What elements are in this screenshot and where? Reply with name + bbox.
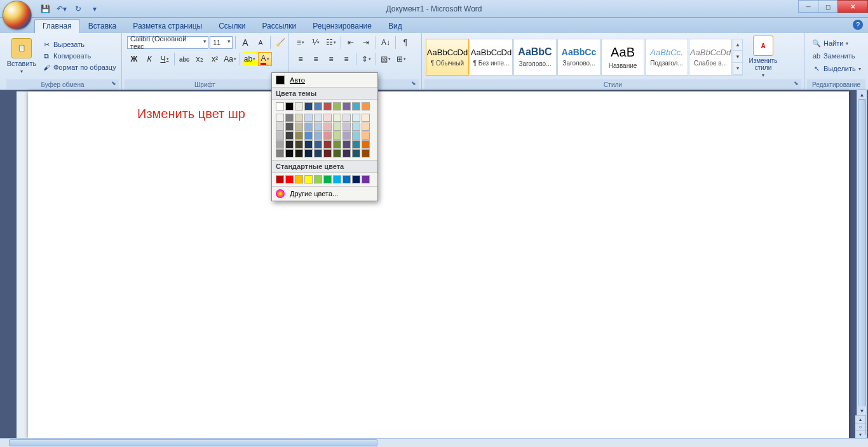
clear-format-button[interactable]: 🧹 bbox=[273, 36, 287, 50]
horizontal-scrollbar[interactable] bbox=[0, 438, 868, 447]
styles-expand[interactable]: ⬊ bbox=[792, 80, 800, 88]
color-swatch[interactable] bbox=[342, 175, 351, 183]
color-swatch[interactable] bbox=[295, 140, 303, 149]
office-button[interactable] bbox=[3, 1, 32, 30]
highlight-button[interactable]: ab bbox=[243, 52, 257, 66]
color-swatch[interactable] bbox=[352, 123, 360, 131]
bold-button[interactable]: Ж bbox=[127, 52, 141, 66]
color-swatch[interactable] bbox=[314, 140, 322, 149]
color-swatch[interactable] bbox=[342, 149, 351, 157]
save-button[interactable]: 💾 bbox=[38, 3, 52, 15]
next-page-button[interactable]: ▾ bbox=[855, 430, 865, 438]
color-swatch[interactable] bbox=[342, 102, 351, 110]
color-swatch[interactable] bbox=[352, 114, 360, 122]
qat-customize[interactable]: ▾ bbox=[88, 3, 102, 15]
color-swatch[interactable] bbox=[333, 114, 341, 122]
color-swatch[interactable] bbox=[352, 175, 360, 183]
minimize-button[interactable]: ─ bbox=[798, 0, 818, 13]
color-swatch[interactable] bbox=[314, 114, 322, 122]
scroll-up-button[interactable]: ▲ bbox=[857, 90, 867, 99]
color-swatch[interactable] bbox=[333, 149, 341, 157]
maximize-button[interactable]: ◻ bbox=[818, 0, 838, 13]
color-swatch[interactable] bbox=[342, 123, 351, 131]
vscroll-thumb[interactable] bbox=[858, 99, 866, 436]
color-swatch[interactable] bbox=[333, 102, 341, 110]
color-swatch[interactable] bbox=[295, 102, 303, 110]
paragraph-expand[interactable]: ⬊ bbox=[410, 80, 417, 88]
color-swatch[interactable] bbox=[323, 175, 332, 183]
color-swatch[interactable] bbox=[333, 131, 341, 140]
multilevel-button[interactable]: ☷ bbox=[324, 36, 338, 50]
borders-button[interactable]: ⊞ bbox=[394, 52, 408, 66]
style-item-4[interactable]: АаВНазвание bbox=[601, 39, 644, 76]
browse-object-button[interactable]: ○ bbox=[855, 423, 865, 430]
color-swatch[interactable] bbox=[362, 175, 370, 183]
strike-button[interactable]: abc bbox=[177, 52, 191, 66]
format-painter-button[interactable]: 🖌Формат по образцу bbox=[39, 62, 119, 72]
italic-button[interactable]: К bbox=[142, 52, 156, 66]
page[interactable]: Изменить цвет шр bbox=[28, 91, 849, 438]
clipboard-expand[interactable]: ⬊ bbox=[110, 80, 118, 88]
color-swatch[interactable] bbox=[295, 149, 303, 157]
color-swatch[interactable] bbox=[304, 123, 313, 131]
line-spacing-button[interactable]: ⇕ bbox=[359, 52, 373, 66]
color-swatch[interactable] bbox=[323, 102, 332, 110]
style-item-6[interactable]: AaBbCcDdСлабое в... bbox=[689, 39, 732, 76]
font-color-button[interactable]: A bbox=[258, 52, 272, 66]
color-swatch[interactable] bbox=[276, 131, 284, 140]
color-swatch[interactable] bbox=[304, 131, 313, 140]
color-swatch[interactable] bbox=[285, 140, 294, 149]
color-swatch[interactable] bbox=[314, 123, 322, 131]
color-swatch[interactable] bbox=[285, 114, 294, 122]
justify-button[interactable]: ≡ bbox=[339, 52, 353, 66]
vertical-scrollbar[interactable]: ▲ ▼ ▴ ○ ▾ bbox=[857, 90, 867, 438]
color-swatch[interactable] bbox=[362, 149, 370, 157]
color-swatch[interactable] bbox=[362, 131, 370, 140]
color-swatch[interactable] bbox=[342, 140, 351, 149]
show-marks-button[interactable]: ¶ bbox=[398, 36, 412, 50]
hscroll-thumb[interactable] bbox=[9, 439, 377, 446]
document-text[interactable]: Изменить цвет шр bbox=[137, 107, 245, 121]
color-swatch[interactable] bbox=[323, 140, 332, 149]
color-swatch[interactable] bbox=[304, 175, 313, 183]
color-swatch[interactable] bbox=[304, 102, 313, 110]
align-left-button[interactable]: ≡ bbox=[294, 52, 308, 66]
shading-button[interactable]: ▧ bbox=[379, 52, 393, 66]
color-swatch[interactable] bbox=[314, 131, 322, 140]
align-right-button[interactable]: ≡ bbox=[324, 52, 338, 66]
numbering-button[interactable]: ⅟ bbox=[309, 36, 323, 50]
color-swatch[interactable] bbox=[285, 131, 294, 140]
color-swatch[interactable] bbox=[295, 131, 303, 140]
copy-button[interactable]: ⧉Копировать bbox=[39, 51, 119, 61]
color-swatch[interactable] bbox=[342, 131, 351, 140]
color-swatch[interactable] bbox=[352, 149, 360, 157]
color-swatch[interactable] bbox=[352, 131, 360, 140]
close-button[interactable]: ✕ bbox=[837, 0, 868, 13]
color-swatch[interactable] bbox=[314, 175, 322, 183]
color-swatch[interactable] bbox=[323, 114, 332, 122]
color-swatch[interactable] bbox=[333, 140, 341, 149]
replace-button[interactable]: abЗаменить bbox=[810, 50, 864, 62]
color-swatch[interactable] bbox=[304, 140, 313, 149]
color-swatch[interactable] bbox=[285, 102, 294, 110]
color-swatch[interactable] bbox=[333, 175, 341, 183]
color-swatch[interactable] bbox=[362, 114, 370, 122]
color-swatch[interactable] bbox=[314, 102, 322, 110]
color-swatch[interactable] bbox=[295, 175, 303, 183]
color-swatch[interactable] bbox=[295, 114, 303, 122]
subscript-button[interactable]: x₂ bbox=[193, 52, 207, 66]
color-swatch[interactable] bbox=[304, 149, 313, 157]
bullets-button[interactable]: ≡ bbox=[294, 36, 308, 50]
color-swatch[interactable] bbox=[276, 123, 284, 131]
undo-button[interactable]: ↶▾ bbox=[55, 3, 69, 15]
color-swatch[interactable] bbox=[362, 140, 370, 149]
tab-home[interactable]: Главная bbox=[34, 19, 80, 33]
color-swatch[interactable] bbox=[276, 102, 284, 110]
tab-mailings[interactable]: Рассылки bbox=[254, 19, 304, 33]
more-colors-button[interactable]: Другие цвета... bbox=[272, 186, 377, 201]
color-swatch[interactable] bbox=[362, 102, 370, 110]
color-swatch[interactable] bbox=[295, 123, 303, 131]
find-button[interactable]: 🔍Найти ▾ bbox=[810, 37, 864, 49]
color-swatch[interactable] bbox=[323, 131, 332, 140]
paste-button[interactable]: 📋 Вставить ▾ bbox=[6, 34, 37, 77]
